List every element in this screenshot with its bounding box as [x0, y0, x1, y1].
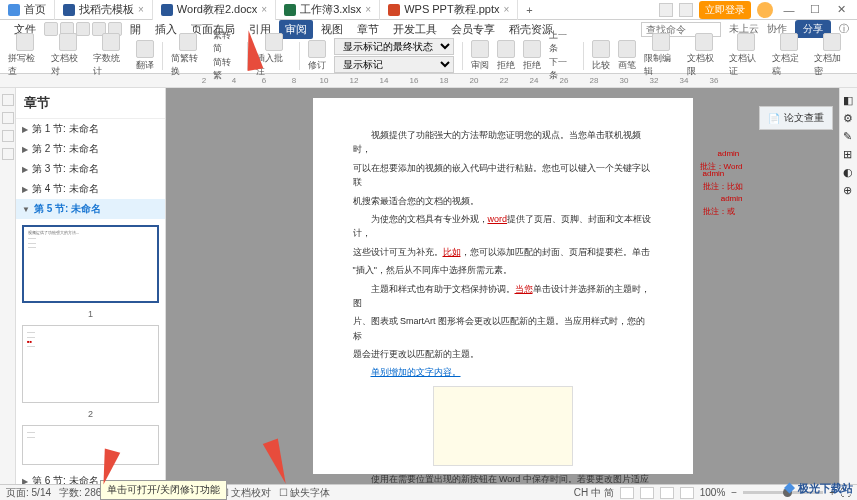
translate-button[interactable]: 翻译 — [136, 40, 154, 72]
close-icon[interactable]: × — [261, 4, 267, 15]
tab-add-button[interactable]: + — [518, 4, 540, 16]
pen-button[interactable]: 画笔 — [618, 40, 636, 72]
page-indicator[interactable]: 页面: 5/14 — [6, 486, 51, 500]
prev-change[interactable]: 上一条 — [549, 29, 575, 55]
outline-item-4[interactable]: ▶第 4 节: 未命名 — [16, 179, 165, 199]
display-mode-select[interactable]: 显示标记的最终状态 — [334, 38, 454, 55]
tab-template[interactable]: 找稻壳模板× — [55, 0, 153, 20]
comment-user[interactable]: admin — [703, 169, 725, 178]
zoom-level[interactable]: 100% — [700, 487, 726, 498]
reject-button[interactable]: 拒绝 — [497, 40, 515, 72]
avatar[interactable] — [757, 2, 773, 18]
right-panel-icon-4[interactable]: ⊞ — [843, 148, 855, 160]
right-panel-icon-6[interactable]: ⊕ — [843, 184, 855, 196]
insert-comment-button[interactable]: 插入批注 — [256, 33, 291, 78]
body-text: 这些设计可互为补充。 — [353, 247, 443, 257]
maximize-button[interactable]: ☐ — [805, 3, 825, 16]
close-icon[interactable]: × — [365, 4, 371, 15]
outline-item-5[interactable]: ▼第 5 节: 未命名 — [16, 199, 165, 219]
excel-icon — [284, 4, 296, 16]
tracked-change[interactable]: word — [488, 214, 508, 224]
ribbon-tab-member[interactable]: 会员专享 — [445, 20, 501, 39]
simp-trad-button[interactable]: 简繁转换 — [171, 33, 206, 78]
body-text: 题会进行更改以匹配新的主题。 — [353, 349, 479, 359]
view-mode-2[interactable] — [640, 487, 654, 499]
sidebar-icon-2[interactable] — [2, 112, 14, 124]
login-button[interactable]: 立即登录 — [699, 1, 751, 19]
tab-home[interactable]: 首页 — [0, 0, 55, 20]
spell-check-button[interactable]: 拼写检查 — [8, 33, 43, 78]
plagiarism-check-panel[interactable]: 📄 论文查重 — [759, 106, 833, 130]
tab-pptx[interactable]: WPS PPT教程.pptx× — [380, 0, 518, 20]
tab-label: 找稻壳模板 — [79, 2, 134, 17]
comment-text: 批注：或 — [703, 207, 735, 216]
doc-cert-button[interactable]: 文档认证 — [729, 33, 764, 78]
sidebar-icon-3[interactable] — [2, 130, 14, 142]
check-icon: 📄 — [768, 113, 780, 124]
outline-item-3[interactable]: ▶第 3 节: 未命名 — [16, 159, 165, 179]
tab-label: Word教程2.docx — [177, 2, 258, 17]
tab-word-doc[interactable]: Word教程2.docx× — [153, 0, 276, 20]
zoom-out-button[interactable]: − — [731, 487, 737, 498]
right-panel-icon-2[interactable]: ⚙ — [843, 112, 855, 124]
word-icon — [161, 4, 173, 16]
view-mode-4[interactable] — [680, 487, 694, 499]
trad-to-simp[interactable]: 繁转简 — [213, 29, 239, 55]
body-text: 视频提供了功能强大的方法帮助您证明您的观点。当您单击联机视频时， — [353, 130, 641, 154]
ribbon-tab-dev[interactable]: 开发工具 — [387, 20, 443, 39]
document-page[interactable]: 视频提供了功能强大的方法帮助您证明您的观点。当您单击联机视频时， 可以在想要添加… — [313, 98, 693, 474]
outline-item-2[interactable]: ▶第 2 节: 未命名 — [16, 139, 165, 159]
spell-icon — [16, 33, 34, 51]
compare-button[interactable]: 比较 — [592, 40, 610, 72]
inserted-text[interactable]: 单别增加的文字内容。 — [371, 367, 461, 377]
doc-final-button[interactable]: 文档定稿 — [772, 33, 807, 78]
embedded-diagram[interactable] — [433, 386, 573, 466]
thumb-num: 2 — [22, 409, 159, 419]
doc-permission-button[interactable]: 文档权限 — [687, 33, 722, 78]
tracked-change[interactable]: 当您 — [515, 284, 533, 294]
view-mode-1[interactable] — [620, 487, 634, 499]
ime-status: CH 中 简 — [574, 486, 614, 500]
page-thumbnail-1[interactable]: 视频提供了功能强大的方法...—————— — [22, 225, 159, 303]
proof-icon — [59, 33, 77, 51]
word-count-button[interactable]: 字数统计 — [93, 33, 128, 78]
body-text: 机搜索最适合您的文档的视频。 — [353, 196, 479, 206]
outline-item-1[interactable]: ▶第 1 节: 未命名 — [16, 119, 165, 139]
chevron-down-icon: ▼ — [22, 205, 30, 214]
comment-icon — [265, 33, 283, 51]
body-text: 片、图表或 SmartArt 图形将会更改以匹配新的主题。当应用样式时，您的标 — [353, 316, 646, 340]
close-icon[interactable]: × — [504, 4, 510, 15]
close-icon[interactable]: × — [138, 4, 144, 15]
ribbon-tab-view[interactable]: 视图 — [315, 20, 349, 39]
tracked-change[interactable]: 比如 — [443, 247, 461, 257]
reject2-button[interactable]: 拒绝 — [523, 40, 541, 72]
right-panel-icon-1[interactable]: ◧ — [843, 94, 855, 106]
tab-xlsx[interactable]: 工作簿3.xlsx× — [276, 0, 380, 20]
view-mode-3[interactable] — [660, 487, 674, 499]
doc-encrypt-button[interactable]: 文档加密 — [814, 33, 849, 78]
titlebar-btn2[interactable] — [679, 3, 693, 17]
sidebar-icon-4[interactable] — [2, 148, 14, 160]
restrict-edit-button[interactable]: 限制编辑 — [644, 33, 679, 78]
show-markup-select[interactable]: 显示标记 — [334, 56, 454, 73]
missing-font-status[interactable]: ☐ 缺失字体 — [279, 486, 330, 500]
comment-user[interactable]: admin — [721, 194, 743, 203]
accept-button[interactable]: 审阅 — [471, 40, 489, 72]
page-thumbnail-2[interactable]: ————■■—— — [22, 325, 159, 403]
close-button[interactable]: ✕ — [831, 3, 851, 16]
final-icon — [780, 33, 798, 51]
doc-proof-button[interactable]: 文档校对 — [51, 33, 86, 78]
titlebar-btn1[interactable] — [659, 3, 673, 17]
doc-check-status[interactable]: ☐ 文档校对 — [220, 486, 271, 500]
right-panel-icon-3[interactable]: ✎ — [843, 130, 855, 142]
right-panel-icon-5[interactable]: ◐ — [843, 166, 855, 178]
document-scroll-area[interactable]: 视频提供了功能强大的方法帮助您证明您的观点。当您单击联机视频时， 可以在想要添加… — [166, 88, 839, 484]
comment-user[interactable]: admin — [718, 149, 740, 158]
sidebar-icon-1[interactable] — [2, 94, 14, 106]
ribbon-tab-section[interactable]: 章节 — [351, 20, 385, 39]
panel-label: 论文查重 — [784, 111, 824, 125]
page-thumbnail-3[interactable]: ———— — [22, 425, 159, 465]
accept-icon — [471, 40, 489, 58]
minimize-button[interactable]: — — [779, 4, 799, 16]
track-changes-button[interactable]: 修订 — [308, 40, 326, 72]
